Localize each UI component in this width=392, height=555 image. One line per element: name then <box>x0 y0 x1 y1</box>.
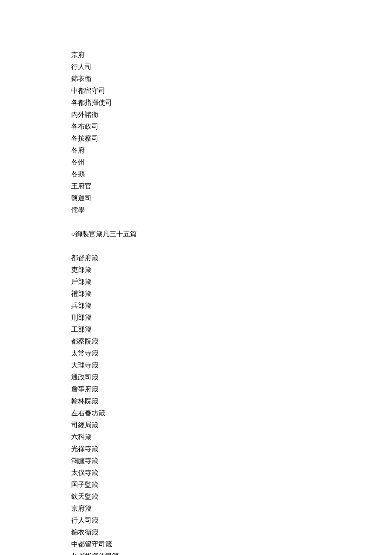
text-line: 儒學 <box>71 204 392 216</box>
text-line: 中都留守司箴 <box>71 538 392 550</box>
text-line: 各州 <box>71 156 392 168</box>
text-line: 鴻臚寺箴 <box>71 455 392 467</box>
text-line: 都督府箴 <box>71 252 392 264</box>
text-line: 各按察司 <box>71 133 392 145</box>
text-line: 通政司箴 <box>71 371 392 383</box>
text-line: 都察院箴 <box>71 335 392 347</box>
text-line: 国子監箴 <box>71 479 392 491</box>
text-line: 左右春坊箴 <box>71 407 392 419</box>
text-line: 內外諸衞 <box>71 109 392 121</box>
section-2: 都督府箴吏部箴戶部箴禮部箴兵部箴刑部箴工部箴都察院箴太常寺箴大理寺箴通政司箴詹事… <box>71 252 392 555</box>
text-line: 京府箴 <box>71 503 392 515</box>
text-line: 京府 <box>71 49 392 61</box>
text-line: 戶部箴 <box>71 276 392 288</box>
text-line: 王府官 <box>71 180 392 192</box>
text-line: 欽天監箴 <box>71 491 392 503</box>
text-line: 各都指揮使司 <box>71 97 392 109</box>
text-line: 錦衣衞箴 <box>71 526 392 538</box>
text-line: 刑部箴 <box>71 312 392 324</box>
section-1: 京府行人司錦衣衞中都留守司各都指揮使司內外諸衞各布政司各按察司各府各州各縣王府官… <box>71 49 392 216</box>
section-break-1 <box>71 216 392 228</box>
text-line: 錦衣衞 <box>71 73 392 85</box>
text-line: 光祿寺箴 <box>71 443 392 455</box>
text-line: 吏部箴 <box>71 264 392 276</box>
section-heading: ○御製官箴凡三十五篇 <box>71 228 392 240</box>
text-line: 各布政司 <box>71 121 392 133</box>
text-line: 兵部箴 <box>71 300 392 312</box>
text-line: 司經局箴 <box>71 419 392 431</box>
text-line: 工部箴 <box>71 324 392 335</box>
text-line: 六科箴 <box>71 431 392 443</box>
text-line: 太常寺箴 <box>71 347 392 359</box>
text-line: 太僕寺箴 <box>71 467 392 479</box>
text-line: 禮部箴 <box>71 288 392 300</box>
text-line: 鹽運司 <box>71 192 392 204</box>
text-line: 行人司 <box>71 61 392 73</box>
text-line: 詹事府箴 <box>71 383 392 395</box>
text-line: 各府 <box>71 145 392 156</box>
section-break-2 <box>71 240 392 252</box>
text-line: 行人司箴 <box>71 515 392 526</box>
text-line: 各都指揮使司箴 <box>71 550 392 555</box>
text-line: 翰林院箴 <box>71 395 392 407</box>
text-line: 各縣 <box>71 168 392 180</box>
text-line: 中都留守司 <box>71 85 392 97</box>
document-content: 京府行人司錦衣衞中都留守司各都指揮使司內外諸衞各布政司各按察司各府各州各縣王府官… <box>71 49 392 555</box>
text-line: 大理寺箴 <box>71 359 392 371</box>
